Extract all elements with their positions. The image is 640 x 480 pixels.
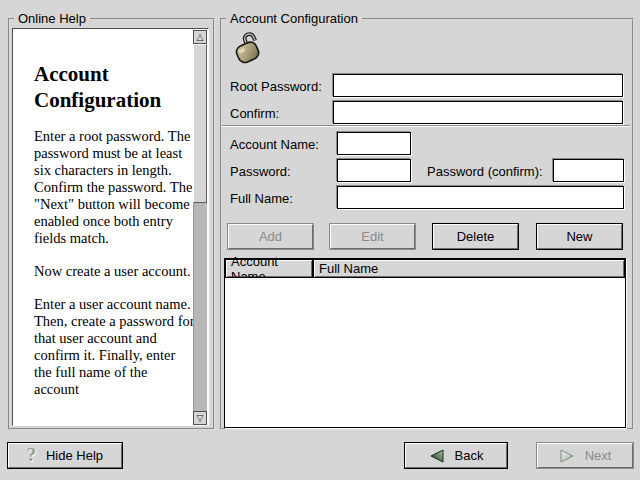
next-arrow-icon: [559, 449, 575, 463]
delete-button[interactable]: Delete: [433, 224, 518, 249]
scrollbar-thumb[interactable]: [193, 44, 207, 203]
delete-button-label: Delete: [457, 229, 495, 244]
down-arrow-icon: ▽: [197, 414, 204, 423]
back-button-label: Back: [455, 448, 484, 463]
scroll-down-button[interactable]: ▽: [193, 411, 207, 425]
full-name-input[interactable]: [337, 186, 624, 209]
account-configuration-frame-label: Account Configuration: [226, 11, 362, 26]
help-text: Account Configuration Enter a root passw…: [34, 61, 195, 414]
padlock-icon: [226, 31, 266, 69]
up-arrow-icon: △: [197, 33, 204, 42]
add-button[interactable]: Add: [228, 224, 313, 249]
scrollbar-trough[interactable]: [193, 203, 207, 411]
installer-window: Online Help Account Configuration Enter …: [0, 0, 640, 480]
help-paragraph: Enter a user account name. Then, create …: [34, 296, 195, 398]
help-heading: Account Configuration: [34, 61, 195, 113]
edit-button[interactable]: Edit: [330, 224, 415, 249]
hide-help-button[interactable]: ? Hide Help: [8, 443, 122, 468]
root-password-input[interactable]: [333, 74, 623, 97]
section-separator: [222, 125, 630, 127]
column-header-account-name[interactable]: Account Name: [225, 259, 313, 278]
back-arrow-icon: [429, 449, 445, 463]
confirm-password-input[interactable]: [333, 101, 623, 124]
password-confirm-label: Password (confirm):: [427, 164, 543, 179]
accounts-table: Account Name Full Name: [224, 258, 626, 428]
accounts-table-body[interactable]: [225, 278, 625, 427]
help-content-area: Account Configuration Enter a root passw…: [12, 28, 209, 426]
question-mark-icon: ?: [27, 445, 36, 466]
confirm-label: Confirm:: [230, 106, 279, 121]
root-password-label: Root Password:: [230, 79, 322, 94]
password-confirm-input[interactable]: [553, 159, 624, 182]
user-password-input[interactable]: [337, 159, 411, 182]
account-name-input[interactable]: [337, 132, 411, 155]
scroll-up-button[interactable]: △: [193, 30, 207, 44]
next-button[interactable]: Next: [537, 443, 633, 468]
help-paragraph: Enter a root password. The password must…: [34, 128, 195, 247]
new-button-label: New: [566, 229, 592, 244]
hide-help-button-label: Hide Help: [46, 448, 103, 463]
new-button[interactable]: New: [537, 224, 622, 249]
column-header-full-name[interactable]: Full Name: [313, 259, 625, 278]
column-header-label: Full Name: [319, 261, 378, 276]
full-name-label: Full Name:: [230, 191, 293, 206]
online-help-frame-label: Online Help: [14, 11, 90, 26]
help-paragraph: Now create a user account.: [34, 263, 195, 280]
help-scrollbar[interactable]: △ ▽: [193, 30, 207, 425]
back-button[interactable]: Back: [405, 443, 507, 468]
account-name-label: Account Name:: [230, 137, 319, 152]
accounts-table-header: Account Name Full Name: [225, 259, 625, 278]
add-button-label: Add: [259, 229, 282, 244]
edit-button-label: Edit: [361, 229, 383, 244]
next-button-label: Next: [585, 448, 612, 463]
user-password-label: Password:: [230, 164, 291, 179]
